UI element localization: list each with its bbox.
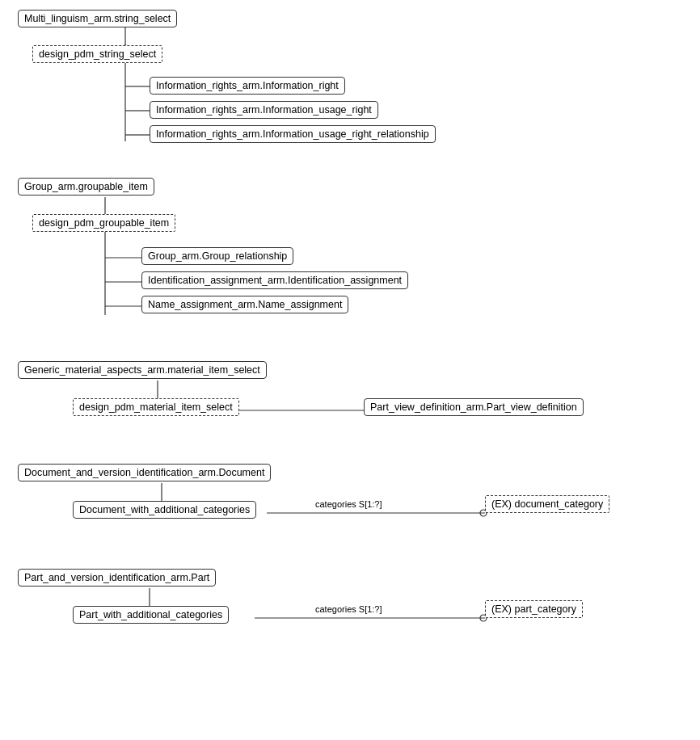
- multi-linguism-node: Multi_linguism_arm.string_select: [18, 10, 177, 27]
- part-view-def-node: Part_view_definition_arm.Part_view_defin…: [364, 398, 584, 416]
- part-with-cat-node: Part_with_additional_categories: [73, 606, 229, 624]
- design-pdm-string-node: design_pdm_string_select: [32, 45, 162, 63]
- categories-label-2: categories S[1:?]: [315, 604, 382, 614]
- group-arm-groupable-node: Group_arm.groupable_item: [18, 178, 154, 196]
- info-right-node: Information_rights_arm.Information_right: [150, 77, 345, 95]
- document-category-node: (EX) document_category: [485, 495, 609, 513]
- doc-with-cat-node: Document_with_additional_categories: [73, 501, 256, 519]
- part-version-node: Part_and_version_identification_arm.Part: [18, 569, 216, 587]
- design-pdm-groupable-node: design_pdm_groupable_item: [32, 214, 175, 232]
- categories-label-1: categories S[1:?]: [315, 499, 382, 509]
- group-arm-rel-node: Group_arm.Group_relationship: [141, 247, 293, 265]
- name-assignment-node: Name_assignment_arm.Name_assignment: [141, 296, 348, 313]
- diagram-container: categories S[1:?] categories S[1:?] Mult…: [0, 0, 700, 740]
- design-pdm-material-node: design_pdm_material_item_select: [73, 398, 239, 416]
- doc-version-node: Document_and_version_identification_arm.…: [18, 464, 271, 481]
- info-usage-right-node: Information_rights_arm.Information_usage…: [150, 101, 378, 119]
- part-category-node: (EX) part_category: [485, 600, 583, 618]
- generic-material-node: Generic_material_aspects_arm.material_it…: [18, 361, 267, 379]
- info-usage-right-rel-node: Information_rights_arm.Information_usage…: [150, 125, 436, 143]
- id-assignment-node: Identification_assignment_arm.Identifica…: [141, 271, 408, 289]
